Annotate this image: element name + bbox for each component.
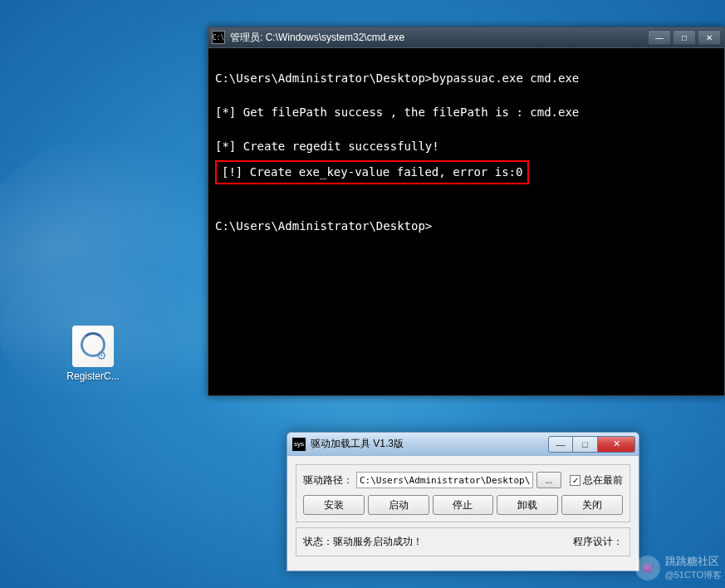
- driver-path-input[interactable]: [356, 472, 533, 488]
- install-button[interactable]: 安装: [303, 495, 365, 515]
- desktop-icon-registerc[interactable]: RegisterC...: [60, 326, 126, 382]
- program-design-label: 程序设计：: [573, 535, 623, 549]
- start-button[interactable]: 启动: [368, 495, 429, 515]
- window-controls: — □ ✕: [548, 436, 635, 453]
- driver-content: 驱动路径： ... ✓ 总在最前 安装 启动 停止 卸载 关闭 状态：驱动服务启…: [287, 456, 639, 565]
- watermark-subtext: @51CTO博客: [665, 569, 722, 581]
- driver-main-group: 驱动路径： ... ✓ 总在最前 安装 启动 停止 卸载 关闭: [296, 464, 630, 522]
- highlighted-error-box: [!] Create exe_key-value failed, error i…: [215, 160, 529, 184]
- watermark-icon: 👾: [635, 556, 660, 581]
- window-controls: — □ ✕: [648, 30, 721, 45]
- desktop-icon-label: RegisterC...: [66, 370, 119, 382]
- driver-path-row: 驱动路径： ... ✓ 总在最前: [303, 472, 623, 488]
- maximize-button[interactable]: □: [573, 436, 598, 453]
- close-button[interactable]: ✕: [698, 30, 721, 45]
- cmd-line: [*] Get filePath success , the filePath …: [215, 104, 718, 121]
- status-text: 状态：驱动服务启动成功！: [303, 535, 423, 549]
- maximize-button[interactable]: □: [673, 30, 696, 45]
- browse-button[interactable]: ...: [536, 472, 561, 488]
- driver-button-row: 安装 启动 停止 卸载 关闭: [303, 495, 623, 515]
- status-value: 驱动服务启动成功！: [333, 536, 423, 547]
- stop-button[interactable]: 停止: [433, 495, 494, 515]
- cmd-prompt: C:\Users\Administrator\Desktop>: [215, 218, 718, 235]
- path-label: 驱动路径：: [303, 473, 353, 488]
- cmd-window: C:\ 管理员: C:\Windows\system32\cmd.exe — □…: [208, 27, 725, 396]
- driver-titlebar[interactable]: sys 驱动加载工具 V1.3版 — □ ✕: [287, 433, 639, 456]
- always-on-top-checkbox[interactable]: ✓ 总在最前: [570, 473, 623, 488]
- cmd-titlebar[interactable]: C:\ 管理员: C:\Windows\system32\cmd.exe — □…: [208, 27, 724, 48]
- cmd-line-error: [!] Create exe_key-value failed, error i…: [222, 164, 522, 181]
- sys-icon: sys: [292, 438, 306, 451]
- cmd-title: 管理员: C:\Windows\system32\cmd.exe: [230, 31, 648, 45]
- driver-tool-window: sys 驱动加载工具 V1.3版 — □ ✕ 驱动路径： ... ✓ 总在最前 …: [287, 432, 639, 571]
- checkbox-icon: ✓: [570, 475, 580, 486]
- watermark-text: 跳跳糖社区: [665, 554, 722, 569]
- close-button[interactable]: 关闭: [561, 495, 623, 515]
- cmd-content[interactable]: C:\Users\Administrator\Desktop>bypassuac…: [208, 48, 724, 395]
- cmd-line: C:\Users\Administrator\Desktop>bypassuac…: [215, 70, 718, 87]
- close-button[interactable]: ✕: [598, 436, 635, 453]
- cmd-icon: C:\: [212, 31, 225, 44]
- cmd-line: [*] Create regedit successfully!: [215, 138, 718, 155]
- minimize-button[interactable]: —: [648, 30, 671, 45]
- minimize-button[interactable]: —: [548, 436, 573, 453]
- checkbox-label: 总在最前: [583, 473, 623, 488]
- registry-icon: [72, 326, 114, 367]
- watermark: 👾 跳跳糖社区 @51CTO博客: [635, 554, 722, 581]
- uninstall-button[interactable]: 卸载: [497, 495, 558, 515]
- driver-title: 驱动加载工具 V1.3版: [311, 437, 548, 451]
- status-label: 状态：: [303, 536, 333, 547]
- status-row: 状态：驱动服务启动成功！ 程序设计：: [296, 527, 630, 556]
